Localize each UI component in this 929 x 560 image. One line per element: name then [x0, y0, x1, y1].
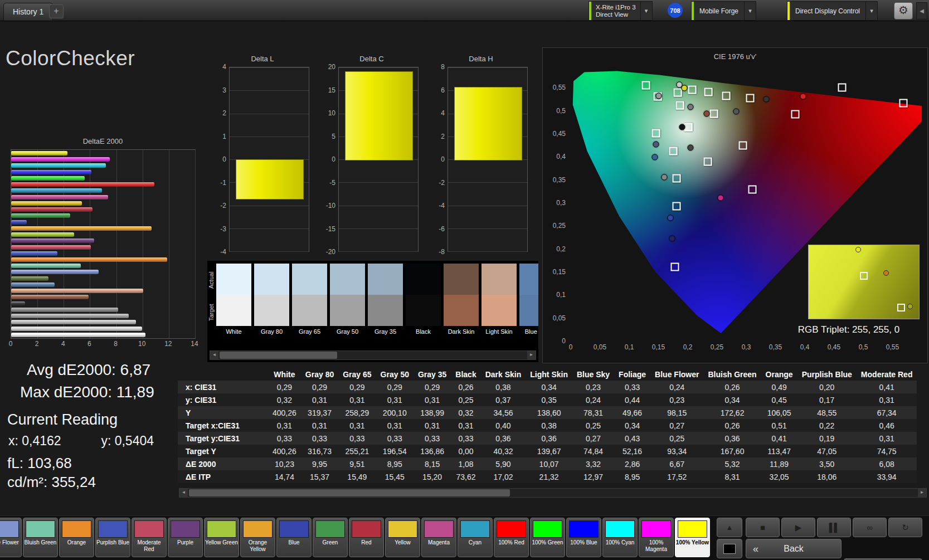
collapse-panel-icon[interactable]: ◀ [916, 2, 927, 20]
swatch-column-gray-35: Gray 35 [368, 264, 403, 342]
axis-tick-label: 10 [328, 109, 335, 117]
patch-button-100-blue[interactable]: 100% Blue [566, 518, 601, 557]
table-cell: 0,29 [268, 381, 301, 393]
patch-button-bluish-green[interactable]: Bluish Green [23, 518, 58, 557]
table-cell: 0,25 [451, 393, 480, 406]
measurement-table: WhiteGray 80Gray 65Gray 50Gray 35BlackDa… [178, 368, 917, 483]
table-cell: 0,32 [451, 406, 480, 419]
patch-color-swatch [134, 520, 164, 538]
axis-tick-label: -8 [439, 248, 445, 256]
bar-row [11, 213, 195, 218]
cie-target-marker [738, 141, 747, 149]
patch-button-blue-flower[interactable]: Blue Flower [0, 518, 22, 557]
axis-tick-label: -2 [439, 179, 445, 187]
table-cell: 319,37 [301, 406, 338, 419]
patch-button-purple[interactable]: Purple [168, 518, 203, 557]
axis-tick-label: -6 [439, 225, 445, 233]
patch-button-100-magenta[interactable]: 100% Magenta [639, 518, 674, 557]
swatch-scrollbar[interactable]: ◄ ► [210, 350, 536, 360]
patch-label: Orange [67, 539, 86, 546]
patch-button-purplish-blue[interactable]: Purplish Blue [95, 518, 130, 557]
patch-button-yellow[interactable]: Yellow [385, 518, 420, 557]
patch-button-100-yellow[interactable]: 100% Yellow [675, 518, 710, 557]
patch-button-100-cyan[interactable]: 100% Cyan [602, 518, 638, 557]
axis-tick-label: 15 [328, 86, 335, 94]
patch-button-blue[interactable]: Blue [276, 518, 312, 557]
table-cell: 74,84 [572, 445, 614, 457]
axis-tick-label: -1 [220, 179, 226, 187]
tab-history-1[interactable]: History 1 [3, 3, 53, 21]
deltae-bar-white [11, 333, 145, 337]
table-scrollbar[interactable]: ◄ ► [179, 488, 927, 498]
refresh-button[interactable]: ↻ [888, 518, 922, 537]
play-button[interactable]: ▶ [781, 518, 815, 537]
deltae-bar-blue-sky [11, 283, 55, 287]
source-selector[interactable]: Mobile Forge ▾ [691, 1, 756, 21]
scro ll-right-icon[interactable]: ► [527, 351, 536, 359]
patch-button-cyan[interactable]: Cyan [458, 518, 493, 557]
column-header: Dark Skin [481, 368, 526, 381]
cie-measurement-dot [688, 144, 694, 150]
patch-button-magenta[interactable]: Magenta [421, 518, 456, 557]
deltae-bar-purplish-blue [11, 251, 57, 256]
delta-l-chart: Delta L 43210-1-2-3-4 [215, 55, 310, 262]
scrollbar-track[interactable] [188, 489, 918, 497]
back-button[interactable]: « Back [746, 539, 842, 558]
table-cell: 9,95 [301, 457, 338, 470]
table-cell: 0,27 [650, 419, 703, 432]
cie-target-marker [703, 158, 712, 166]
cie-target-marker [652, 129, 660, 138]
scrollbar-thumb[interactable] [189, 489, 510, 496]
table-cell: 34,56 [481, 406, 526, 419]
table-cell: 0,33 [451, 432, 480, 445]
deltae-bar-yellow [11, 201, 82, 206]
scroll-left-icon[interactable]: ◄ [179, 489, 188, 497]
patch-button-orange-yellow[interactable]: Orange Yellow [240, 518, 275, 557]
patch-button-moderate-red[interactable]: Moderate Red [132, 518, 167, 557]
patch-button-100-red[interactable]: 100% Red [494, 518, 529, 557]
loop-button[interactable]: ∞ [853, 518, 887, 537]
chevron-down-icon[interactable]: ▾ [865, 2, 877, 20]
cie-measurement-dot [703, 110, 709, 116]
axis-tick-label: 0 [441, 155, 445, 163]
patch-button-yellow-green[interactable]: Yellow Green [204, 518, 239, 557]
meter-mode: Direct View [596, 11, 636, 18]
deltae-bar-blue [11, 220, 27, 225]
display-control-selector[interactable]: Direct Display Control ▾ [787, 1, 878, 21]
top-bar: History 1 + X-Rite i1Pro 3 Direct View ▾… [0, 0, 929, 21]
stop-button[interactable]: ■ [746, 518, 780, 537]
scroll-right-icon[interactable]: ► [918, 489, 926, 497]
axis-tick-label: 0,45 [828, 343, 840, 351]
actual-swatch [519, 264, 538, 295]
scrollbar-thumb[interactable] [220, 352, 337, 359]
axis-tick-label: -4 [439, 202, 445, 210]
cie-target-marker [899, 99, 908, 108]
patch-button-orange[interactable]: Orange [59, 518, 94, 557]
deltae-bar-orange [11, 257, 167, 262]
table-cell: 0,45 [761, 393, 797, 406]
scroll-left-icon[interactable]: ◄ [210, 351, 218, 359]
scroll-up-button[interactable]: ▲ [717, 518, 742, 537]
chevron-down-icon[interactable]: ▾ [744, 2, 756, 20]
patch-button-green[interactable]: Green [313, 518, 348, 557]
display-window-button[interactable] [717, 539, 742, 558]
gear-icon[interactable]: ⚙ [894, 2, 913, 20]
table-cell: 3,50 [797, 457, 857, 470]
table-cell: 255,21 [338, 445, 376, 457]
add-tab-button[interactable]: + [49, 4, 64, 18]
bar-row [11, 151, 195, 155]
gridline [230, 90, 309, 91]
patch-button-100-green[interactable]: 100% Green [530, 518, 565, 557]
table-cell: 0,29 [301, 381, 338, 393]
gridline [230, 251, 309, 252]
chevron-down-icon[interactable]: ▾ [640, 2, 652, 20]
meter-selector[interactable]: X-Rite i1Pro 3 Direct View ▾ [588, 1, 653, 21]
swatch-label: Black [406, 326, 441, 337]
bar-row [11, 308, 195, 312]
patch-color-swatch [62, 520, 91, 538]
scrollbar-track[interactable] [218, 351, 527, 359]
table-cell: 316,73 [301, 445, 338, 457]
bar-row [11, 238, 195, 243]
patch-button-red[interactable]: Red [349, 518, 384, 557]
pause-button[interactable]: ▌▌ [817, 518, 851, 537]
